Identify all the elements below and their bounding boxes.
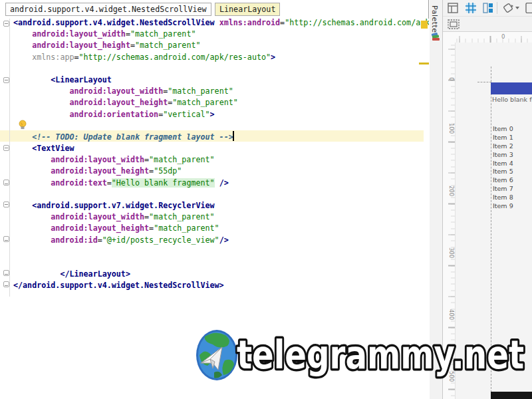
design-preview-panel: Hello blank fragment Item 0Item 1Item 2I… xyxy=(443,0,532,399)
preview-list-item[interactable]: Item 2 xyxy=(493,142,532,151)
fold-collapse-icon[interactable] xyxy=(3,145,9,151)
selection-guide-dashed-line xyxy=(477,82,491,82)
code-line: <android.support.v4.widget.NestedScrollV… xyxy=(13,19,424,29)
fold-end-icon[interactable] xyxy=(3,180,9,186)
text-caret xyxy=(233,131,234,141)
code-line: android:text="Hello blank fragment" /> xyxy=(13,178,424,189)
code-line: android:layout_height="match_parent" xyxy=(13,40,424,51)
preview-recyclerview[interactable]: Item 0Item 1Item 2Item 3Item 4Item 5Item… xyxy=(493,125,532,211)
ruler-label: 500 xyxy=(448,370,455,383)
ruler-label: 0 xyxy=(501,33,505,40)
clipped-text-marker xyxy=(421,21,428,29)
preview-list-item[interactable]: Item 3 xyxy=(493,151,532,160)
code-line: android:layout_height="55dp" xyxy=(13,166,424,177)
breadcrumb: android.support.v4.widget.NestedScrollVi… xyxy=(0,0,428,19)
code-line: android:orientation="vertical"> xyxy=(13,109,424,120)
horizontal-ruler xyxy=(455,32,532,43)
code-line: android:layout_width="match_parent" xyxy=(13,154,424,166)
preview-list-item[interactable]: Item 7 xyxy=(493,185,532,194)
ruler-corner xyxy=(443,32,455,43)
fold-collapse-icon[interactable] xyxy=(3,201,9,207)
vertical-ruler xyxy=(443,43,455,399)
palette-tab[interactable]: Palette xyxy=(430,5,439,33)
breadcrumb-item-linearlayout[interactable]: LinearLayout xyxy=(215,3,280,16)
code-line xyxy=(13,63,424,74)
ruler-label: 0 xyxy=(448,72,455,86)
xml-editor-panel: android.support.v4.widget.NestedScrollVi… xyxy=(0,0,429,399)
layout-variants-icon[interactable] xyxy=(448,3,458,13)
preview-list-item[interactable]: Item 6 xyxy=(493,176,532,185)
code-line xyxy=(13,246,424,257)
code-line: android:layout_height="match_parent" xyxy=(13,223,424,234)
code-line: </LinearLayout> xyxy=(13,269,424,280)
preview-navigation-bar xyxy=(491,392,532,399)
ruler-label: 100 xyxy=(448,122,455,135)
ruler-label: 300 xyxy=(448,246,455,259)
rotate-orientation-icon[interactable] xyxy=(503,3,520,13)
ruler-label: 400 xyxy=(448,308,455,321)
fold-collapse-icon[interactable] xyxy=(3,77,9,83)
fold-end-icon[interactable] xyxy=(3,281,9,287)
code-line: <LinearLayout xyxy=(13,74,424,86)
preview-textview[interactable]: Hello blank fragment xyxy=(492,96,532,103)
code-line: android:layout_width="match_parent" xyxy=(13,29,424,40)
code-text: <android.support.v4.widget.NestedScrollV… xyxy=(13,19,424,292)
code-line: <android.support.v7.widget.RecyclerView xyxy=(13,200,424,211)
code-line: <TextView xyxy=(13,143,424,154)
code-line xyxy=(13,120,424,132)
preview-app-bar[interactable] xyxy=(491,82,532,94)
breadcrumb-item-nestedscrollview[interactable]: android.support.v4.widget.NestedScrollVi… xyxy=(5,3,211,16)
show-grid-icon[interactable] xyxy=(466,3,476,13)
preview-list-item[interactable]: Item 1 xyxy=(493,134,532,142)
fold-collapse-icon[interactable] xyxy=(3,21,9,27)
ruler-label: 200 xyxy=(448,184,455,198)
device-panels-icon[interactable] xyxy=(483,3,493,13)
preview-toolbar xyxy=(443,0,532,32)
code-line xyxy=(13,189,424,200)
preview-list-item[interactable]: Item 4 xyxy=(493,160,532,168)
preview-list-item[interactable]: Item 8 xyxy=(493,194,532,202)
code-line xyxy=(13,257,424,269)
palette-icon[interactable] xyxy=(431,32,441,41)
code-line: <!-- TODO: Update blank fragment layout … xyxy=(13,132,424,143)
warning-stripe-mark[interactable] xyxy=(419,63,429,65)
preview-list-item[interactable]: Item 5 xyxy=(493,168,532,176)
preview-list-item[interactable]: Item 9 xyxy=(493,202,532,211)
code-line: </android.support.v4.widget.NestedScroll… xyxy=(13,280,424,291)
device-bounds-dashed-line xyxy=(491,66,491,392)
phone-device-icon[interactable] xyxy=(525,3,532,13)
code-editor[interactable]: <android.support.v4.widget.NestedScrollV… xyxy=(0,19,429,399)
android-studio-window: android.support.v4.widget.NestedScrollVi… xyxy=(0,0,532,399)
gutter-fold-line xyxy=(9,19,10,297)
code-line: android:layout_height="match_parent" xyxy=(13,97,424,108)
code-line: xmlns:app="http://schemas.android.com/ap… xyxy=(13,52,424,63)
code-line: android:layout_width="match_parent" xyxy=(13,211,424,223)
code-line: android:id="@+id/posts_recycle_view"/> xyxy=(13,235,424,246)
code-line: android:layout_width="match_parent" xyxy=(13,86,424,97)
emulator-frame-icon[interactable] xyxy=(448,19,460,29)
preview-list-item[interactable]: Item 0 xyxy=(493,125,532,134)
design-surface[interactable]: Hello blank fragment Item 0Item 1Item 2I… xyxy=(455,43,532,399)
fold-end-icon[interactable] xyxy=(3,270,9,276)
fold-end-icon[interactable] xyxy=(3,236,9,242)
tool-window-strip: Palette xyxy=(430,0,443,399)
